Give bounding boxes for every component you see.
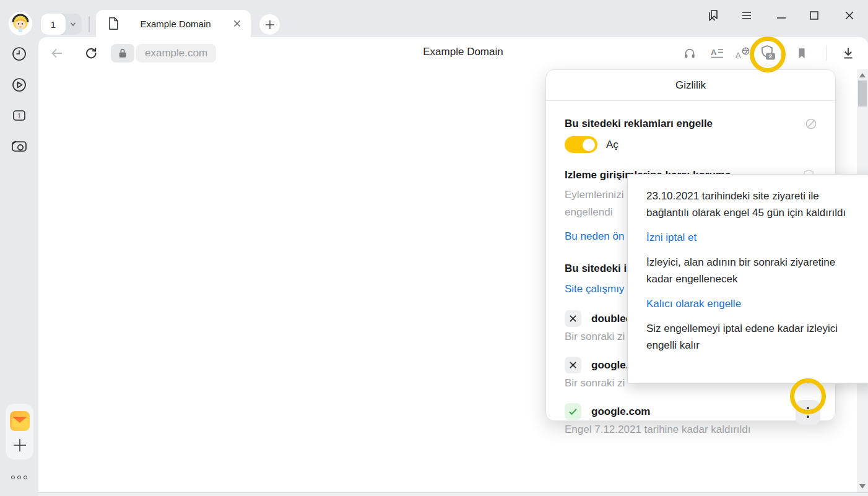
refresh-button[interactable] bbox=[82, 45, 100, 62]
block-permanently-link[interactable]: Kalıcı olarak engelle bbox=[646, 298, 741, 310]
tab-group-count[interactable]: 1 bbox=[41, 14, 66, 35]
site-not-working-link[interactable]: Site çalışmıy bbox=[565, 282, 624, 296]
new-tab-button[interactable] bbox=[259, 14, 280, 35]
kebab-menu-icon bbox=[807, 406, 809, 419]
browser-window: 1 Example Domain bbox=[0, 0, 868, 496]
active-tab[interactable]: Example Domain bbox=[96, 10, 251, 37]
bookmark-flag-icon bbox=[795, 46, 809, 60]
prohibit-icon bbox=[804, 117, 818, 131]
page-document-icon bbox=[107, 17, 119, 30]
translate-button[interactable]: A bbox=[734, 45, 752, 62]
downloads-button[interactable] bbox=[839, 45, 857, 62]
scrollbar-thumb[interactable] bbox=[858, 80, 867, 107]
dot-icon bbox=[11, 476, 15, 479]
toolbar-page-title: Example Domain bbox=[423, 46, 503, 58]
panel-notch bbox=[760, 64, 775, 70]
tracker-more-button[interactable] bbox=[796, 400, 820, 425]
popup-revoke-desc: İzleyici, alan adının bir sonraki ziyare… bbox=[646, 254, 864, 287]
sidebar-tab-count: 1 bbox=[17, 112, 21, 120]
sidebar-add-button[interactable] bbox=[12, 437, 28, 453]
plus-icon bbox=[264, 19, 276, 30]
headphones-icon bbox=[683, 46, 697, 60]
tracker-sub: Engel 7.12.2021 tarihine kadar kaldırıld… bbox=[565, 423, 818, 437]
ads-section-title: Bu sitedeki reklamları engelle bbox=[565, 117, 713, 131]
sidebar: 1 bbox=[0, 37, 38, 496]
minimize-button[interactable] bbox=[771, 7, 792, 24]
shield-badge-icon: 2 bbox=[759, 45, 778, 62]
toolbar: example.com Example Domain A A bbox=[38, 37, 868, 69]
toggle-knob bbox=[583, 139, 595, 151]
dot-icon bbox=[17, 476, 21, 479]
bottom-edge-strip bbox=[38, 492, 868, 496]
tracker-blocked-icon bbox=[565, 357, 581, 373]
svg-text:A: A bbox=[711, 48, 717, 57]
refresh-icon bbox=[84, 46, 98, 61]
yandex-mail-icon bbox=[9, 411, 30, 432]
minimize-icon bbox=[776, 10, 787, 21]
plus-icon bbox=[12, 437, 28, 453]
address-bar[interactable]: example.com bbox=[136, 44, 216, 63]
close-icon bbox=[844, 10, 855, 21]
translate-icon: A bbox=[735, 46, 751, 61]
back-button[interactable] bbox=[48, 45, 66, 62]
tracker-name: google. bbox=[591, 359, 628, 372]
history-clock-icon bbox=[11, 45, 28, 63]
popup-unblock-info: 23.10.2021 tarihindeki site ziyareti ile… bbox=[646, 188, 864, 221]
tab-group-control: 1 bbox=[41, 14, 82, 35]
sidebar-media-button[interactable] bbox=[8, 74, 30, 96]
sidebar-tabs-button[interactable]: 1 bbox=[8, 104, 30, 126]
maximize-button[interactable] bbox=[804, 7, 825, 24]
reader-mode-button[interactable]: A bbox=[708, 45, 726, 62]
side-panels-button[interactable] bbox=[703, 7, 724, 24]
sidebar-apps-dock bbox=[6, 404, 33, 459]
maximize-icon bbox=[809, 10, 820, 21]
sidebar-more-button[interactable] bbox=[8, 472, 30, 483]
tracker-allowed-icon bbox=[565, 403, 581, 420]
play-circle-icon bbox=[11, 76, 28, 94]
profile-avatar[interactable] bbox=[9, 12, 32, 35]
listen-button[interactable] bbox=[680, 45, 699, 62]
avatar-icon bbox=[9, 12, 32, 35]
dot-icon bbox=[24, 476, 27, 479]
privacy-shield-button[interactable]: 2 bbox=[759, 45, 778, 62]
bookmark-button[interactable] bbox=[792, 45, 811, 62]
scrollbar-up-arrow-icon[interactable] bbox=[859, 73, 866, 77]
tabstrip-divider bbox=[89, 16, 90, 32]
svg-text:A: A bbox=[736, 51, 741, 60]
revoke-permission-link[interactable]: İzni iptal et bbox=[646, 232, 697, 244]
tab-title: Example Domain bbox=[119, 19, 232, 29]
back-arrow-icon bbox=[50, 46, 64, 61]
download-icon bbox=[841, 46, 856, 61]
close-window-button[interactable] bbox=[839, 7, 860, 24]
panel-title: Gizlilik bbox=[546, 70, 835, 101]
chevron-down-icon bbox=[69, 20, 77, 28]
tracker-name: google.com bbox=[591, 406, 650, 418]
screenshot-camera-icon bbox=[10, 137, 28, 155]
tab-strip: 1 Example Domain bbox=[0, 0, 868, 37]
shield-badge-count: 2 bbox=[769, 53, 772, 59]
toolbar-divider bbox=[826, 46, 827, 61]
tracker-blocked-icon bbox=[565, 310, 581, 327]
hamburger-menu-icon bbox=[740, 10, 753, 21]
sidebar-history-button[interactable] bbox=[8, 43, 30, 65]
sidebar-screenshot-button[interactable] bbox=[8, 135, 30, 157]
browser-menu-button[interactable] bbox=[736, 7, 757, 24]
site-security-button[interactable] bbox=[111, 44, 134, 63]
tracker-name: doublec bbox=[591, 313, 631, 325]
yandex-mail-app[interactable] bbox=[9, 411, 30, 432]
ads-block-toggle[interactable] bbox=[565, 136, 597, 153]
lock-icon bbox=[117, 47, 128, 59]
tab-close-icon[interactable] bbox=[232, 19, 242, 28]
toggle-state-label: Aç bbox=[606, 139, 618, 151]
why-important-link[interactable]: Bu neden ön bbox=[565, 230, 624, 243]
tab-counter-icon: 1 bbox=[11, 107, 28, 124]
url-text: example.com bbox=[145, 47, 207, 59]
reader-mode-icon: A bbox=[710, 46, 724, 60]
popup-block-desc: Siz engellemeyi iptal edene kadar izleyi… bbox=[646, 320, 864, 354]
bookmarks-panel-icon bbox=[706, 8, 721, 23]
tracker-options-popup: 23.10.2021 tarihindeki site ziyareti ile… bbox=[627, 174, 868, 384]
scrollbar-down-arrow-icon[interactable] bbox=[859, 484, 866, 489]
